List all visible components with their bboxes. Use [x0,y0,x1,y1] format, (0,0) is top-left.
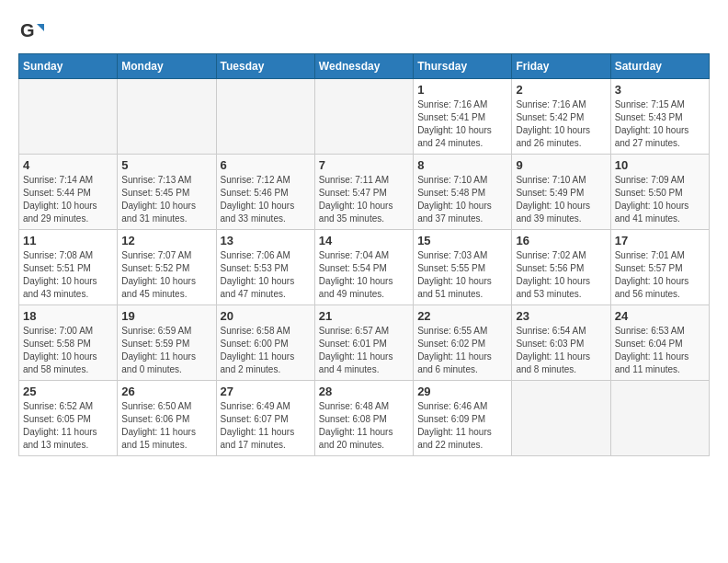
calendar-cell: 1Sunrise: 7:16 AM Sunset: 5:41 PM Daylig… [414,79,512,155]
calendar-cell: 6Sunrise: 7:12 AM Sunset: 5:46 PM Daylig… [216,155,314,230]
day-number: 27 [221,385,311,398]
day-info: Sunrise: 7:01 AM Sunset: 5:57 PM Dayligh… [615,249,705,301]
calendar-body: 1Sunrise: 7:16 AM Sunset: 5:41 PM Daylig… [19,79,710,456]
day-number: 7 [319,158,409,172]
day-info: Sunrise: 7:16 AM Sunset: 5:41 PM Dayligh… [417,98,507,150]
day-number: 2 [516,83,606,97]
calendar-cell: 5Sunrise: 7:13 AM Sunset: 5:45 PM Daylig… [118,155,216,230]
day-number: 24 [615,309,705,323]
day-info: Sunrise: 7:09 AM Sunset: 5:50 PM Dayligh… [615,174,705,225]
day-number: 1 [417,83,507,97]
day-info: Sunrise: 6:52 AM Sunset: 6:05 PM Dayligh… [23,400,113,452]
calendar-cell: 20Sunrise: 6:58 AM Sunset: 6:00 PM Dayli… [216,305,314,381]
calendar-cell: 9Sunrise: 7:10 AM Sunset: 5:49 PM Daylig… [512,155,610,230]
calendar-cell: 23Sunrise: 6:54 AM Sunset: 6:03 PM Dayli… [512,305,610,381]
day-number: 20 [221,309,311,323]
day-number: 29 [417,385,507,398]
day-info: Sunrise: 6:46 AM Sunset: 6:09 PM Dayligh… [417,400,507,452]
calendar-cell: 11Sunrise: 7:08 AM Sunset: 5:51 PM Dayli… [19,230,118,305]
calendar-cell: 13Sunrise: 7:06 AM Sunset: 5:53 PM Dayli… [216,230,314,305]
day-info: Sunrise: 7:15 AM Sunset: 5:43 PM Dayligh… [615,98,705,150]
weekday-header-row: SundayMondayTuesdayWednesdayThursdayFrid… [19,54,710,79]
calendar-cell: 17Sunrise: 7:01 AM Sunset: 5:57 PM Dayli… [610,230,709,305]
calendar-cell: 25Sunrise: 6:52 AM Sunset: 6:05 PM Dayli… [19,381,118,456]
calendar-cell: 12Sunrise: 7:07 AM Sunset: 5:52 PM Dayli… [118,230,216,305]
day-info: Sunrise: 7:02 AM Sunset: 5:56 PM Dayligh… [516,249,606,301]
weekday-header-tuesday: Tuesday [216,54,314,79]
calendar-cell: 18Sunrise: 7:00 AM Sunset: 5:58 PM Dayli… [19,305,118,381]
week-row-0: 1Sunrise: 7:16 AM Sunset: 5:41 PM Daylig… [19,79,710,155]
calendar-cell [19,79,118,155]
weekday-header-friday: Friday [512,54,610,79]
day-info: Sunrise: 7:11 AM Sunset: 5:47 PM Dayligh… [319,174,409,225]
weekday-header-wednesday: Wednesday [314,54,413,79]
day-number: 23 [516,309,606,323]
svg-text:G: G [20,20,35,40]
calendar-cell [610,381,709,456]
calendar-cell: 15Sunrise: 7:03 AM Sunset: 5:55 PM Dayli… [414,230,512,305]
day-info: Sunrise: 6:49 AM Sunset: 6:07 PM Dayligh… [221,400,311,452]
day-number: 8 [417,158,507,172]
calendar-cell [216,79,314,155]
day-info: Sunrise: 6:58 AM Sunset: 6:00 PM Dayligh… [221,325,311,376]
logo-icon: G [18,18,44,44]
day-number: 26 [121,385,211,398]
weekday-header-saturday: Saturday [610,54,709,79]
day-info: Sunrise: 7:03 AM Sunset: 5:55 PM Dayligh… [417,249,507,301]
day-info: Sunrise: 7:10 AM Sunset: 5:48 PM Dayligh… [417,174,507,225]
day-info: Sunrise: 6:54 AM Sunset: 6:03 PM Dayligh… [516,325,606,376]
day-number: 12 [121,234,211,247]
calendar-cell: 4Sunrise: 7:14 AM Sunset: 5:44 PM Daylig… [19,155,118,230]
calendar-cell: 19Sunrise: 6:59 AM Sunset: 5:59 PM Dayli… [118,305,216,381]
day-info: Sunrise: 7:13 AM Sunset: 5:45 PM Dayligh… [121,174,211,225]
calendar-cell [118,79,216,155]
day-number: 5 [121,158,211,172]
day-number: 4 [23,158,113,172]
day-info: Sunrise: 7:14 AM Sunset: 5:44 PM Dayligh… [23,174,113,225]
calendar-cell: 26Sunrise: 6:50 AM Sunset: 6:06 PM Dayli… [118,381,216,456]
week-row-2: 11Sunrise: 7:08 AM Sunset: 5:51 PM Dayli… [19,230,710,305]
calendar-cell [314,79,413,155]
logo: G [18,18,48,44]
day-info: Sunrise: 6:57 AM Sunset: 6:01 PM Dayligh… [319,325,409,376]
day-info: Sunrise: 7:12 AM Sunset: 5:46 PM Dayligh… [221,174,311,225]
day-number: 25 [23,385,113,398]
calendar-cell: 27Sunrise: 6:49 AM Sunset: 6:07 PM Dayli… [216,381,314,456]
day-number: 14 [319,234,409,247]
calendar-cell [512,381,610,456]
day-number: 13 [221,234,311,247]
day-info: Sunrise: 6:48 AM Sunset: 6:08 PM Dayligh… [319,400,409,452]
day-number: 6 [221,158,311,172]
calendar-cell: 22Sunrise: 6:55 AM Sunset: 6:02 PM Dayli… [414,305,512,381]
week-row-1: 4Sunrise: 7:14 AM Sunset: 5:44 PM Daylig… [19,155,710,230]
day-number: 10 [615,158,705,172]
day-info: Sunrise: 6:50 AM Sunset: 6:06 PM Dayligh… [121,400,211,452]
day-number: 21 [319,309,409,323]
day-info: Sunrise: 7:16 AM Sunset: 5:42 PM Dayligh… [516,98,606,150]
day-number: 18 [23,309,113,323]
day-number: 9 [516,158,606,172]
weekday-header-sunday: Sunday [19,54,118,79]
weekday-header-monday: Monday [118,54,216,79]
day-info: Sunrise: 7:08 AM Sunset: 5:51 PM Dayligh… [23,249,113,301]
calendar-cell: 7Sunrise: 7:11 AM Sunset: 5:47 PM Daylig… [314,155,413,230]
calendar-cell: 24Sunrise: 6:53 AM Sunset: 6:04 PM Dayli… [610,305,709,381]
day-number: 19 [121,309,211,323]
calendar-cell: 3Sunrise: 7:15 AM Sunset: 5:43 PM Daylig… [610,79,709,155]
day-info: Sunrise: 7:10 AM Sunset: 5:49 PM Dayligh… [516,174,606,225]
day-info: Sunrise: 6:53 AM Sunset: 6:04 PM Dayligh… [615,325,705,376]
page-header: G [18,18,710,44]
calendar-cell: 28Sunrise: 6:48 AM Sunset: 6:08 PM Dayli… [314,381,413,456]
day-number: 16 [516,234,606,247]
calendar-cell: 21Sunrise: 6:57 AM Sunset: 6:01 PM Dayli… [314,305,413,381]
week-row-3: 18Sunrise: 7:00 AM Sunset: 5:58 PM Dayli… [19,305,710,381]
day-number: 17 [615,234,705,247]
calendar-cell: 14Sunrise: 7:04 AM Sunset: 5:54 PM Dayli… [314,230,413,305]
day-info: Sunrise: 6:59 AM Sunset: 5:59 PM Dayligh… [121,325,211,376]
day-info: Sunrise: 6:55 AM Sunset: 6:02 PM Dayligh… [417,325,507,376]
day-info: Sunrise: 7:06 AM Sunset: 5:53 PM Dayligh… [221,249,311,301]
calendar-cell: 29Sunrise: 6:46 AM Sunset: 6:09 PM Dayli… [414,381,512,456]
calendar-cell: 2Sunrise: 7:16 AM Sunset: 5:42 PM Daylig… [512,79,610,155]
day-info: Sunrise: 7:07 AM Sunset: 5:52 PM Dayligh… [121,249,211,301]
week-row-4: 25Sunrise: 6:52 AM Sunset: 6:05 PM Dayli… [19,381,710,456]
